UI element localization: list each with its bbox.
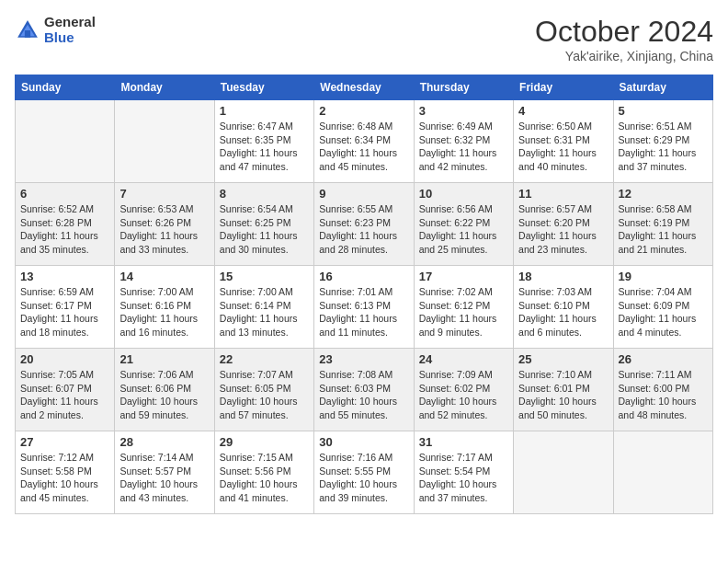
- calendar-cell: 19Sunrise: 7:04 AMSunset: 6:09 PMDayligh…: [613, 266, 712, 349]
- weekday-header-thursday: Thursday: [414, 75, 513, 100]
- day-detail: Sunrise: 7:02 AMSunset: 6:12 PMDaylight:…: [419, 285, 508, 339]
- calendar-cell: 26Sunrise: 7:11 AMSunset: 6:00 PMDayligh…: [613, 349, 712, 431]
- day-detail: Sunrise: 6:49 AMSunset: 6:32 PMDaylight:…: [419, 120, 508, 174]
- day-number: 30: [319, 435, 408, 449]
- day-number: 2: [319, 104, 408, 118]
- calendar-cell: 20Sunrise: 7:05 AMSunset: 6:07 PMDayligh…: [16, 349, 115, 431]
- day-detail: Sunrise: 7:09 AMSunset: 6:02 PMDaylight:…: [419, 368, 508, 422]
- day-detail: Sunrise: 7:15 AMSunset: 5:56 PMDaylight:…: [220, 451, 309, 505]
- day-detail: Sunrise: 7:01 AMSunset: 6:13 PMDaylight:…: [319, 285, 408, 339]
- day-number: 24: [419, 352, 508, 366]
- day-detail: Sunrise: 7:16 AMSunset: 5:55 PMDaylight:…: [319, 451, 408, 505]
- weekday-header-wednesday: Wednesday: [314, 75, 414, 100]
- day-detail: Sunrise: 7:03 AMSunset: 6:10 PMDaylight:…: [518, 285, 608, 339]
- logo-text: General Blue: [44, 15, 96, 45]
- day-number: 20: [20, 352, 109, 366]
- day-detail: Sunrise: 6:52 AMSunset: 6:28 PMDaylight:…: [20, 202, 109, 257]
- day-number: 22: [220, 352, 309, 366]
- day-number: 16: [319, 270, 408, 283]
- day-number: 28: [119, 435, 209, 449]
- day-detail: Sunrise: 6:53 AMSunset: 6:26 PMDaylight:…: [119, 202, 209, 257]
- week-row-3: 13Sunrise: 6:59 AMSunset: 6:17 PMDayligh…: [16, 266, 713, 349]
- day-detail: Sunrise: 7:00 AMSunset: 6:14 PMDaylight:…: [220, 285, 309, 339]
- weekday-header-sunday: Sunday: [16, 75, 115, 100]
- week-row-4: 20Sunrise: 7:05 AMSunset: 6:07 PMDayligh…: [16, 349, 713, 431]
- day-detail: Sunrise: 6:47 AMSunset: 6:35 PMDaylight:…: [220, 120, 309, 174]
- calendar-cell: 15Sunrise: 7:00 AMSunset: 6:14 PMDayligh…: [214, 266, 313, 349]
- calendar-cell: 9Sunrise: 6:55 AMSunset: 6:23 PMDaylight…: [314, 183, 414, 266]
- calendar-cell: 7Sunrise: 6:53 AMSunset: 6:26 PMDaylight…: [115, 183, 214, 266]
- calendar-cell: 24Sunrise: 7:09 AMSunset: 6:02 PMDayligh…: [414, 349, 513, 431]
- calendar-cell: [613, 431, 712, 514]
- calendar-cell: 6Sunrise: 6:52 AMSunset: 6:28 PMDaylight…: [16, 183, 115, 266]
- logo-icon: [15, 17, 40, 43]
- week-row-1: 1Sunrise: 6:47 AMSunset: 6:35 PMDaylight…: [16, 100, 713, 183]
- day-detail: Sunrise: 7:05 AMSunset: 6:07 PMDaylight:…: [20, 368, 109, 422]
- calendar-cell: 27Sunrise: 7:12 AMSunset: 5:58 PMDayligh…: [16, 431, 115, 514]
- day-detail: Sunrise: 7:10 AMSunset: 6:01 PMDaylight:…: [518, 368, 608, 422]
- logo-blue-text: Blue: [44, 30, 96, 46]
- calendar-cell: 23Sunrise: 7:08 AMSunset: 6:03 PMDayligh…: [314, 349, 414, 431]
- day-number: 21: [119, 352, 209, 366]
- day-detail: Sunrise: 6:59 AMSunset: 6:17 PMDaylight:…: [20, 285, 109, 339]
- calendar-cell: 28Sunrise: 7:14 AMSunset: 5:57 PMDayligh…: [115, 431, 214, 514]
- day-number: 1: [220, 104, 309, 118]
- day-detail: Sunrise: 7:17 AMSunset: 5:54 PMDaylight:…: [419, 451, 508, 505]
- calendar-cell: 29Sunrise: 7:15 AMSunset: 5:56 PMDayligh…: [214, 431, 313, 514]
- day-detail: Sunrise: 6:50 AMSunset: 6:31 PMDaylight:…: [518, 120, 608, 174]
- day-detail: Sunrise: 6:55 AMSunset: 6:23 PMDaylight:…: [319, 202, 408, 257]
- day-detail: Sunrise: 6:58 AMSunset: 6:19 PMDaylight:…: [619, 202, 708, 257]
- calendar-cell: 18Sunrise: 7:03 AMSunset: 6:10 PMDayligh…: [514, 266, 613, 349]
- calendar-cell: 22Sunrise: 7:07 AMSunset: 6:05 PMDayligh…: [214, 349, 313, 431]
- week-row-5: 27Sunrise: 7:12 AMSunset: 5:58 PMDayligh…: [16, 431, 713, 514]
- day-number: 25: [518, 352, 608, 366]
- day-detail: Sunrise: 7:00 AMSunset: 6:16 PMDaylight:…: [119, 285, 209, 339]
- calendar-cell: 13Sunrise: 6:59 AMSunset: 6:17 PMDayligh…: [16, 266, 115, 349]
- weekday-header-friday: Friday: [514, 75, 613, 100]
- day-detail: Sunrise: 6:57 AMSunset: 6:20 PMDaylight:…: [518, 202, 608, 257]
- calendar-cell: 1Sunrise: 6:47 AMSunset: 6:35 PMDaylight…: [214, 100, 313, 183]
- calendar-cell: 14Sunrise: 7:00 AMSunset: 6:16 PMDayligh…: [115, 266, 214, 349]
- day-number: 8: [220, 187, 309, 201]
- day-number: 19: [619, 270, 708, 283]
- day-number: 5: [619, 104, 708, 118]
- calendar-cell: 12Sunrise: 6:58 AMSunset: 6:19 PMDayligh…: [613, 183, 712, 266]
- day-number: 27: [20, 435, 109, 449]
- calendar-cell: [514, 431, 613, 514]
- calendar-cell: 25Sunrise: 7:10 AMSunset: 6:01 PMDayligh…: [514, 349, 613, 431]
- day-detail: Sunrise: 7:14 AMSunset: 5:57 PMDaylight:…: [119, 451, 209, 505]
- day-number: 31: [419, 435, 508, 449]
- svg-rect-2: [25, 30, 30, 38]
- day-detail: Sunrise: 7:12 AMSunset: 5:58 PMDaylight:…: [20, 451, 109, 505]
- day-number: 23: [319, 352, 408, 366]
- day-number: 14: [119, 270, 209, 283]
- day-detail: Sunrise: 7:07 AMSunset: 6:05 PMDaylight:…: [220, 368, 309, 422]
- calendar-cell: 10Sunrise: 6:56 AMSunset: 6:22 PMDayligh…: [414, 183, 513, 266]
- calendar-cell: 11Sunrise: 6:57 AMSunset: 6:20 PMDayligh…: [514, 183, 613, 266]
- weekday-header-saturday: Saturday: [613, 75, 712, 100]
- calendar-cell: 17Sunrise: 7:02 AMSunset: 6:12 PMDayligh…: [414, 266, 513, 349]
- calendar-cell: 2Sunrise: 6:48 AMSunset: 6:34 PMDaylight…: [314, 100, 414, 183]
- calendar-cell: 5Sunrise: 6:51 AMSunset: 6:29 PMDaylight…: [613, 100, 712, 183]
- logo: General Blue: [15, 15, 96, 45]
- day-detail: Sunrise: 6:56 AMSunset: 6:22 PMDaylight:…: [419, 202, 508, 257]
- day-number: 6: [20, 187, 109, 201]
- day-detail: Sunrise: 7:04 AMSunset: 6:09 PMDaylight:…: [619, 285, 708, 339]
- day-number: 26: [619, 352, 708, 366]
- day-detail: Sunrise: 6:54 AMSunset: 6:25 PMDaylight:…: [220, 202, 309, 257]
- location-text: Yak'airike, Xinjiang, China: [535, 49, 713, 63]
- day-number: 3: [419, 104, 508, 118]
- day-number: 7: [119, 187, 209, 201]
- day-number: 15: [220, 270, 309, 283]
- calendar-table: SundayMondayTuesdayWednesdayThursdayFrid…: [15, 75, 713, 514]
- calendar-cell: 3Sunrise: 6:49 AMSunset: 6:32 PMDaylight…: [414, 100, 513, 183]
- day-number: 12: [619, 187, 708, 201]
- weekday-header-monday: Monday: [115, 75, 214, 100]
- day-number: 18: [518, 270, 608, 283]
- logo-general-text: General: [44, 15, 96, 30]
- weekday-header-row: SundayMondayTuesdayWednesdayThursdayFrid…: [16, 75, 713, 100]
- day-number: 11: [518, 187, 608, 201]
- calendar-cell: 30Sunrise: 7:16 AMSunset: 5:55 PMDayligh…: [314, 431, 414, 514]
- day-detail: Sunrise: 7:08 AMSunset: 6:03 PMDaylight:…: [319, 368, 408, 422]
- weekday-header-tuesday: Tuesday: [214, 75, 313, 100]
